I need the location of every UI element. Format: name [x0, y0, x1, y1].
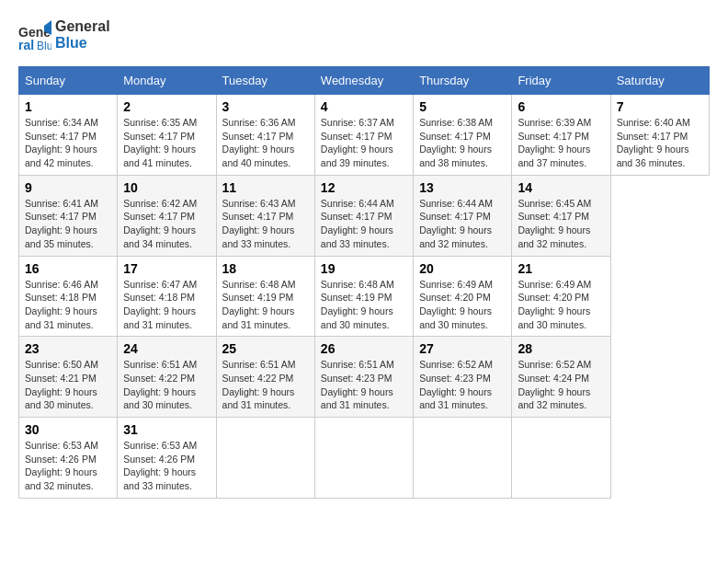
day-number: 31: [123, 422, 210, 437]
logo: Gene ral Blue General Blue: [18, 18, 110, 52]
calendar-header-row: SundayMondayTuesdayWednesdayThursdayFrid…: [19, 67, 710, 95]
day-number: 3: [222, 99, 309, 114]
day-number: 27: [419, 341, 506, 356]
day-number: 30: [25, 422, 111, 437]
day-number: 21: [518, 261, 604, 276]
day-number: 26: [321, 341, 407, 356]
day-detail: Sunrise: 6:34 AMSunset: 4:17 PMDaylight:…: [25, 116, 111, 170]
calendar-cell: 13 Sunrise: 6:44 AMSunset: 4:17 PMDaylig…: [414, 175, 512, 256]
day-detail: Sunrise: 6:51 AMSunset: 4:22 PMDaylight:…: [123, 358, 210, 412]
day-detail: Sunrise: 6:44 AMSunset: 4:17 PMDaylight:…: [419, 197, 506, 251]
day-number: 1: [25, 99, 111, 114]
day-detail: Sunrise: 6:46 AMSunset: 4:18 PMDaylight:…: [25, 278, 111, 332]
day-number: 28: [518, 341, 604, 356]
logo-line1: General: [55, 18, 110, 35]
calendar-cell: 5 Sunrise: 6:38 AMSunset: 4:17 PMDayligh…: [414, 95, 512, 176]
column-header-tuesday: Tuesday: [216, 67, 314, 95]
day-detail: Sunrise: 6:40 AMSunset: 4:17 PMDaylight:…: [617, 116, 703, 170]
day-number: 16: [25, 261, 111, 276]
calendar-cell: 2 Sunrise: 6:35 AMSunset: 4:17 PMDayligh…: [118, 95, 216, 176]
calendar-cell: 12 Sunrise: 6:44 AMSunset: 4:17 PMDaylig…: [314, 175, 413, 256]
day-number: 17: [123, 261, 210, 276]
day-number: 10: [123, 180, 210, 195]
day-detail: Sunrise: 6:52 AMSunset: 4:23 PMDaylight:…: [419, 358, 506, 412]
calendar-cell: 17 Sunrise: 6:47 AMSunset: 4:18 PMDaylig…: [118, 256, 216, 337]
svg-text:ral: ral: [18, 38, 34, 52]
day-number: 19: [321, 261, 407, 276]
day-number: 6: [518, 99, 604, 114]
calendar-cell: [414, 418, 512, 499]
day-detail: Sunrise: 6:52 AMSunset: 4:24 PMDaylight:…: [518, 358, 604, 412]
svg-text:Blue: Blue: [37, 40, 51, 52]
day-detail: Sunrise: 6:49 AMSunset: 4:20 PMDaylight:…: [518, 278, 604, 332]
day-number: 13: [419, 180, 506, 195]
day-detail: Sunrise: 6:44 AMSunset: 4:17 PMDaylight:…: [321, 197, 407, 251]
calendar-cell: 10 Sunrise: 6:42 AMSunset: 4:17 PMDaylig…: [118, 175, 216, 256]
day-detail: Sunrise: 6:45 AMSunset: 4:17 PMDaylight:…: [518, 197, 604, 251]
calendar-cell: 11 Sunrise: 6:43 AMSunset: 4:17 PMDaylig…: [216, 175, 314, 256]
calendar-cell: 24 Sunrise: 6:51 AMSunset: 4:22 PMDaylig…: [118, 337, 216, 418]
logo-icon: Gene ral Blue: [18, 18, 51, 52]
column-header-friday: Friday: [512, 67, 610, 95]
day-detail: Sunrise: 6:51 AMSunset: 4:23 PMDaylight:…: [321, 358, 407, 412]
day-detail: Sunrise: 6:38 AMSunset: 4:17 PMDaylight:…: [419, 116, 506, 170]
day-detail: Sunrise: 6:48 AMSunset: 4:19 PMDaylight:…: [222, 278, 309, 332]
day-detail: Sunrise: 6:53 AMSunset: 4:26 PMDaylight:…: [123, 439, 210, 493]
calendar-week-4: 23 Sunrise: 6:50 AMSunset: 4:21 PMDaylig…: [19, 337, 710, 418]
calendar-cell: 26 Sunrise: 6:51 AMSunset: 4:23 PMDaylig…: [314, 337, 413, 418]
column-header-monday: Monday: [118, 67, 216, 95]
calendar-cell: 27 Sunrise: 6:52 AMSunset: 4:23 PMDaylig…: [414, 337, 512, 418]
calendar-cell: 23 Sunrise: 6:50 AMSunset: 4:21 PMDaylig…: [19, 337, 118, 418]
day-detail: Sunrise: 6:41 AMSunset: 4:17 PMDaylight:…: [25, 197, 111, 251]
day-detail: Sunrise: 6:37 AMSunset: 4:17 PMDaylight:…: [321, 116, 407, 170]
calendar-cell: 6 Sunrise: 6:39 AMSunset: 4:17 PMDayligh…: [512, 95, 610, 176]
column-header-wednesday: Wednesday: [314, 67, 413, 95]
day-detail: Sunrise: 6:47 AMSunset: 4:18 PMDaylight:…: [123, 278, 210, 332]
day-number: 4: [321, 99, 407, 114]
calendar-cell: 16 Sunrise: 6:46 AMSunset: 4:18 PMDaylig…: [19, 256, 118, 337]
day-detail: Sunrise: 6:53 AMSunset: 4:26 PMDaylight:…: [25, 439, 111, 493]
calendar-cell: [216, 418, 314, 499]
calendar-cell: 9 Sunrise: 6:41 AMSunset: 4:17 PMDayligh…: [19, 175, 118, 256]
column-header-sunday: Sunday: [19, 67, 118, 95]
day-detail: Sunrise: 6:42 AMSunset: 4:17 PMDaylight:…: [123, 197, 210, 251]
day-detail: Sunrise: 6:49 AMSunset: 4:20 PMDaylight:…: [419, 278, 506, 332]
day-detail: Sunrise: 6:39 AMSunset: 4:17 PMDaylight:…: [518, 116, 604, 170]
calendar-cell: 19 Sunrise: 6:48 AMSunset: 4:19 PMDaylig…: [314, 256, 413, 337]
page-header: Gene ral Blue General Blue: [18, 18, 710, 52]
calendar-cell: 1 Sunrise: 6:34 AMSunset: 4:17 PMDayligh…: [19, 95, 118, 176]
day-number: 9: [25, 180, 111, 195]
day-number: 7: [617, 99, 703, 114]
calendar-cell: 3 Sunrise: 6:36 AMSunset: 4:17 PMDayligh…: [216, 95, 314, 176]
day-number: 23: [25, 341, 111, 356]
calendar-cell: 30 Sunrise: 6:53 AMSunset: 4:26 PMDaylig…: [19, 418, 118, 499]
day-detail: Sunrise: 6:36 AMSunset: 4:17 PMDaylight:…: [222, 116, 309, 170]
day-number: 14: [518, 180, 604, 195]
calendar-cell: 28 Sunrise: 6:52 AMSunset: 4:24 PMDaylig…: [512, 337, 610, 418]
calendar-cell: 4 Sunrise: 6:37 AMSunset: 4:17 PMDayligh…: [314, 95, 413, 176]
calendar-cell: [512, 418, 610, 499]
day-detail: Sunrise: 6:51 AMSunset: 4:22 PMDaylight:…: [222, 358, 309, 412]
calendar-week-5: 30 Sunrise: 6:53 AMSunset: 4:26 PMDaylig…: [19, 418, 710, 499]
day-detail: Sunrise: 6:35 AMSunset: 4:17 PMDaylight:…: [123, 116, 210, 170]
day-detail: Sunrise: 6:50 AMSunset: 4:21 PMDaylight:…: [25, 358, 111, 412]
calendar-cell: [314, 418, 413, 499]
column-header-thursday: Thursday: [414, 67, 512, 95]
day-number: 24: [123, 341, 210, 356]
calendar-week-2: 9 Sunrise: 6:41 AMSunset: 4:17 PMDayligh…: [19, 175, 710, 256]
logo-line2: Blue: [55, 35, 110, 52]
day-number: 5: [419, 99, 506, 114]
calendar-cell: 25 Sunrise: 6:51 AMSunset: 4:22 PMDaylig…: [216, 337, 314, 418]
day-number: 12: [321, 180, 407, 195]
calendar-cell: 14 Sunrise: 6:45 AMSunset: 4:17 PMDaylig…: [512, 175, 610, 256]
calendar-week-3: 16 Sunrise: 6:46 AMSunset: 4:18 PMDaylig…: [19, 256, 710, 337]
calendar-table: SundayMondayTuesdayWednesdayThursdayFrid…: [18, 66, 710, 499]
day-number: 20: [419, 261, 506, 276]
column-header-saturday: Saturday: [610, 67, 709, 95]
calendar-cell: 7 Sunrise: 6:40 AMSunset: 4:17 PMDayligh…: [610, 95, 709, 176]
day-detail: Sunrise: 6:43 AMSunset: 4:17 PMDaylight:…: [222, 197, 309, 251]
day-number: 2: [123, 99, 210, 114]
calendar-cell: 20 Sunrise: 6:49 AMSunset: 4:20 PMDaylig…: [414, 256, 512, 337]
day-number: 11: [222, 180, 309, 195]
calendar-cell: 21 Sunrise: 6:49 AMSunset: 4:20 PMDaylig…: [512, 256, 610, 337]
